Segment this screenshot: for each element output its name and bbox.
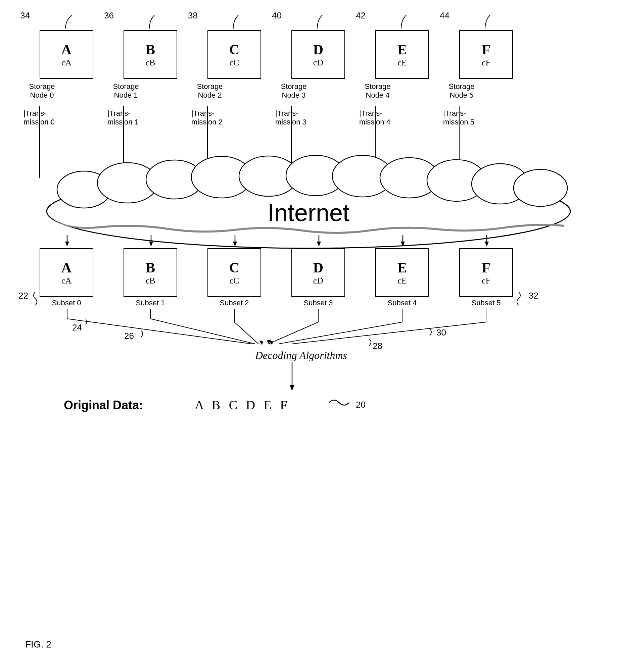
svg-text:Node 1: Node 1 (114, 91, 138, 99)
node-C-code: cC (230, 58, 239, 68)
svg-text:42: 42 (356, 10, 366, 20)
bottom-C-letter: C (229, 260, 239, 276)
node-F-code: cF (482, 58, 490, 68)
bottom-F-code: cF (482, 276, 490, 286)
svg-text:28: 28 (373, 341, 382, 351)
svg-text:Original Data:: Original Data: (64, 398, 143, 412)
bottom-E-letter: E (397, 260, 407, 276)
svg-point-44 (380, 158, 439, 198)
svg-text:38: 38 (188, 10, 198, 20)
svg-line-74 (234, 322, 258, 344)
svg-text:36: 36 (104, 10, 114, 20)
node-C-letter: C (229, 42, 239, 58)
bottom-A-letter: A (61, 260, 72, 276)
bottom-E-code: cE (397, 276, 407, 286)
svg-text:Node 0: Node 0 (30, 91, 54, 99)
svg-marker-77 (267, 340, 271, 344)
svg-line-72 (150, 319, 255, 344)
bottom-B-letter: B (146, 260, 155, 276)
svg-line-79 (279, 322, 402, 344)
bottom-node-F: F cF (459, 248, 513, 297)
svg-marker-56 (317, 242, 321, 247)
svg-text:|Trans-: |Trans- (191, 109, 214, 117)
node-B-letter: B (146, 42, 155, 58)
svg-marker-54 (233, 242, 237, 247)
bottom-F-letter: F (482, 260, 490, 276)
svg-text:Subset 0: Subset 0 (52, 299, 81, 307)
svg-point-38 (97, 163, 158, 203)
svg-text:Storage: Storage (197, 82, 223, 91)
svg-point-43 (332, 155, 393, 197)
svg-text:Subset 2: Subset 2 (220, 299, 249, 307)
top-node-C: C cC (207, 30, 261, 79)
svg-text:Subset 4: Subset 4 (388, 299, 417, 307)
svg-marker-83 (269, 341, 273, 345)
svg-text:mission 3: mission 3 (275, 118, 306, 126)
top-node-E: E cE (375, 30, 429, 79)
svg-text:|Trans-: |Trans- (443, 109, 466, 117)
svg-marker-58 (401, 242, 405, 247)
svg-point-39 (146, 160, 203, 199)
diagram-svg: 34 36 38 40 42 44 Storage Node 0 Storage… (0, 0, 617, 672)
svg-point-47 (514, 169, 567, 206)
svg-text:|Trans-: |Trans- (23, 109, 46, 117)
svg-text:Node 2: Node 2 (198, 91, 222, 99)
svg-text:32: 32 (529, 291, 538, 301)
svg-marker-82 (259, 341, 263, 345)
svg-line-76 (269, 322, 318, 344)
svg-text:Node 5: Node 5 (450, 91, 474, 99)
svg-text:26: 26 (124, 331, 134, 341)
svg-text:Storage: Storage (448, 82, 474, 91)
node-F-letter: F (482, 42, 490, 58)
svg-text:Internet: Internet (268, 199, 349, 226)
bottom-C-code: cC (230, 276, 239, 286)
svg-point-45 (427, 160, 486, 201)
svg-marker-50 (65, 242, 69, 247)
svg-point-37 (57, 171, 111, 208)
top-node-D: D cD (291, 30, 345, 79)
svg-text:20: 20 (356, 400, 366, 410)
node-E-code: cE (397, 58, 407, 68)
bottom-node-C: C cC (207, 248, 261, 297)
svg-text:Storage: Storage (113, 82, 139, 91)
bottom-D-code: cD (313, 276, 323, 286)
svg-text:A B C D E F: A B C D E F (195, 398, 290, 412)
node-D-code: cD (313, 58, 323, 68)
svg-text:Decoding Algorithms: Decoding Algorithms (255, 349, 347, 361)
top-node-B: B cB (124, 30, 177, 79)
svg-text:Subset 1: Subset 1 (136, 299, 165, 307)
svg-text:40: 40 (272, 10, 282, 20)
svg-text:FIG. 2: FIG. 2 (25, 639, 51, 650)
bottom-B-code: cB (146, 276, 155, 286)
svg-text:|Trans-: |Trans- (107, 109, 130, 117)
svg-text:mission 1: mission 1 (107, 118, 139, 126)
svg-text:mission 5: mission 5 (443, 118, 474, 126)
svg-text:Subset 5: Subset 5 (472, 299, 501, 307)
svg-text:|Trans-: |Trans- (275, 109, 298, 117)
svg-text:Node 4: Node 4 (366, 91, 390, 99)
svg-text:Storage: Storage (365, 82, 390, 91)
svg-text:30: 30 (436, 327, 446, 338)
svg-text:24: 24 (72, 322, 82, 332)
node-A-letter: A (61, 42, 72, 58)
svg-text:44: 44 (440, 10, 449, 20)
svg-text:Subset 3: Subset 3 (304, 299, 333, 307)
svg-marker-60 (485, 242, 489, 247)
node-D-letter: D (313, 42, 323, 58)
node-B-code: cB (146, 58, 155, 68)
svg-line-70 (67, 319, 252, 344)
bottom-D-letter: D (313, 260, 323, 276)
node-A-code: cA (61, 58, 72, 68)
svg-marker-52 (149, 242, 153, 247)
bottom-node-E: E cE (375, 248, 429, 297)
svg-line-81 (292, 322, 486, 344)
bottom-A-code: cA (61, 276, 72, 286)
top-node-A: A cA (40, 30, 93, 79)
diagram-container: 34 36 38 40 42 44 Storage Node 0 Storage… (0, 0, 617, 672)
svg-text:Node 3: Node 3 (282, 91, 306, 99)
svg-text:mission 0: mission 0 (23, 118, 55, 126)
svg-point-41 (239, 156, 298, 196)
svg-point-42 (286, 155, 345, 196)
svg-text:mission 4: mission 4 (359, 118, 390, 126)
svg-marker-86 (290, 385, 294, 391)
